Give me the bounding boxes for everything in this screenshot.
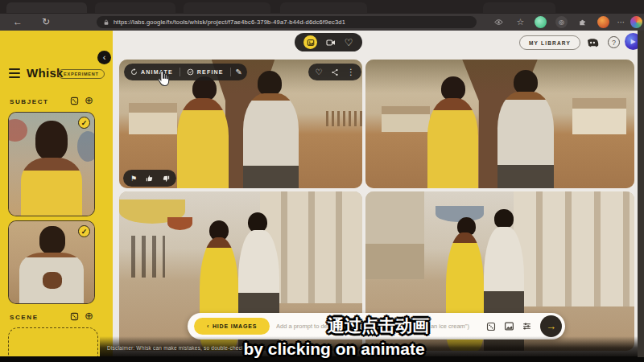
- photo-man-head: [494, 209, 513, 228]
- password-eye-icon[interactable]: [493, 16, 505, 28]
- browser-address-bar: ← ↻ https://labs.google/fx/tools/whisk/p…: [0, 14, 644, 31]
- subject-card-man[interactable]: ✓: [8, 220, 95, 304]
- animate-icon: [130, 68, 138, 76]
- image-hover-toolbar: ANIMATE REFINE ✎: [124, 64, 247, 80]
- tab-video-mode[interactable]: [326, 38, 336, 47]
- bookmark-star-icon[interactable]: ☆: [514, 16, 526, 28]
- menu-burger-icon[interactable]: [9, 68, 20, 78]
- browser-tab-strip: [0, 0, 644, 14]
- thumbs-down-button[interactable]: [158, 170, 174, 187]
- browser-tab[interactable]: [184, 2, 270, 13]
- photo-man-shirt: [497, 92, 554, 188]
- back-icon[interactable]: ←: [13, 15, 23, 29]
- photo-man-head: [258, 71, 282, 95]
- browser-tab[interactable]: [6, 2, 87, 13]
- image-feedback: ⚑: [123, 170, 176, 187]
- tab-image-mode[interactable]: [303, 35, 317, 49]
- thumb-man-hands: [43, 272, 61, 288]
- refine-button[interactable]: REFINE: [180, 64, 230, 80]
- settings-tune-icon[interactable]: [518, 318, 535, 335]
- mouse-cursor-hand: [155, 69, 173, 88]
- browser-tab[interactable]: [95, 2, 175, 13]
- browser-tab[interactable]: [483, 2, 555, 13]
- photo-crowd: [131, 236, 165, 277]
- add-subject-icon[interactable]: ⊕: [84, 95, 94, 105]
- subject-section-label: SUBJECT: [10, 98, 49, 105]
- experiment-badge: EXPERIMENT: [58, 69, 105, 79]
- favorite-heart-button[interactable]: ♡: [311, 64, 327, 80]
- photo-buildings: [514, 191, 634, 306]
- subtitle-english: by clicking on animate: [213, 339, 455, 359]
- photo-woman-yellow-top: [177, 98, 228, 188]
- photo-woman-head: [441, 76, 465, 101]
- sidebar: Whisk EXPERIMENT SUBJECT ⊕ ✓ ✓ SCENE ⊕: [0, 31, 113, 362]
- mode-switcher: ♡: [295, 33, 362, 51]
- thumb-man-head: [39, 226, 65, 254]
- media-image-icon[interactable]: [500, 318, 518, 335]
- generate-arrow-button[interactable]: →: [540, 315, 562, 337]
- chevron-left-icon: ‹: [207, 323, 209, 329]
- browser-tab[interactable]: [280, 2, 367, 13]
- randomize-scene-icon[interactable]: [69, 311, 80, 322]
- discord-icon[interactable]: [585, 35, 600, 50]
- photo-house: [129, 103, 177, 134]
- extensions-puzzle-icon[interactable]: [576, 16, 588, 28]
- browser-profile-avatar[interactable]: [630, 16, 642, 28]
- whisk-app-screenshot: ← ↻ https://labs.google/fx/tools/whisk/p…: [0, 0, 644, 362]
- thumbs-up-icon: [146, 175, 154, 183]
- scene-section-label: SCENE: [10, 314, 39, 321]
- photo-man-head: [514, 70, 538, 94]
- report-flag-button[interactable]: ⚑: [126, 170, 142, 187]
- help-icon[interactable]: ?: [608, 36, 620, 48]
- more-options-button[interactable]: ⋮: [343, 64, 359, 80]
- window-right-edge: [638, 31, 644, 357]
- randomize-subject-icon[interactable]: [69, 96, 80, 106]
- add-scene-icon[interactable]: ⊕: [84, 311, 94, 321]
- url-bar[interactable]: https://labs.google/fx/tools/whisk/proje…: [97, 16, 477, 28]
- photo-house: [382, 106, 430, 132]
- subject-card-woman[interactable]: ✓: [8, 112, 95, 216]
- my-library-button[interactable]: MY LIBRARY: [519, 35, 580, 50]
- generated-image-2[interactable]: [365, 60, 634, 188]
- share-button[interactable]: [327, 64, 343, 80]
- photo-fence: [326, 111, 362, 126]
- subtitle-chinese: 通过点击动画: [258, 315, 499, 337]
- selected-check-badge: ✓: [78, 117, 90, 129]
- thumbs-down-icon: [162, 175, 170, 183]
- share-icon: [331, 68, 339, 76]
- browser-menu-icon[interactable]: ⋯: [615, 16, 627, 28]
- thumbs-up-button[interactable]: [142, 170, 158, 187]
- extension-icon-green[interactable]: [535, 16, 547, 28]
- refresh-icon[interactable]: ↻: [42, 15, 50, 29]
- image-actions: ♡ ⋮: [308, 64, 361, 80]
- selected-check-badge: ✓: [78, 225, 90, 237]
- photo-umbrella-red: [167, 217, 192, 230]
- check-circle-icon: [187, 68, 194, 76]
- extension-avatar-orange[interactable]: [597, 16, 609, 28]
- thumb-woman-head: [35, 121, 68, 160]
- lock-icon: [103, 19, 109, 26]
- edit-pen-button[interactable]: ✎: [231, 64, 247, 80]
- thumb-blur-blob: [77, 131, 95, 162]
- photo-woman-yellow-top: [427, 98, 478, 188]
- extension-icon-dark[interactable]: ◎: [555, 16, 568, 28]
- photo-buildings: [365, 191, 424, 279]
- tab-favorites-heart[interactable]: ♡: [345, 37, 353, 48]
- sidebar-collapse-button[interactable]: ‹: [97, 51, 111, 64]
- photo-canopy: [365, 60, 634, 93]
- thumb-woman-yellow-top: [21, 158, 82, 216]
- photo-man-shirt: [243, 93, 299, 188]
- photo-house: [572, 98, 626, 134]
- url-text: https://labs.google/fx/tools/whisk/proje…: [114, 19, 345, 26]
